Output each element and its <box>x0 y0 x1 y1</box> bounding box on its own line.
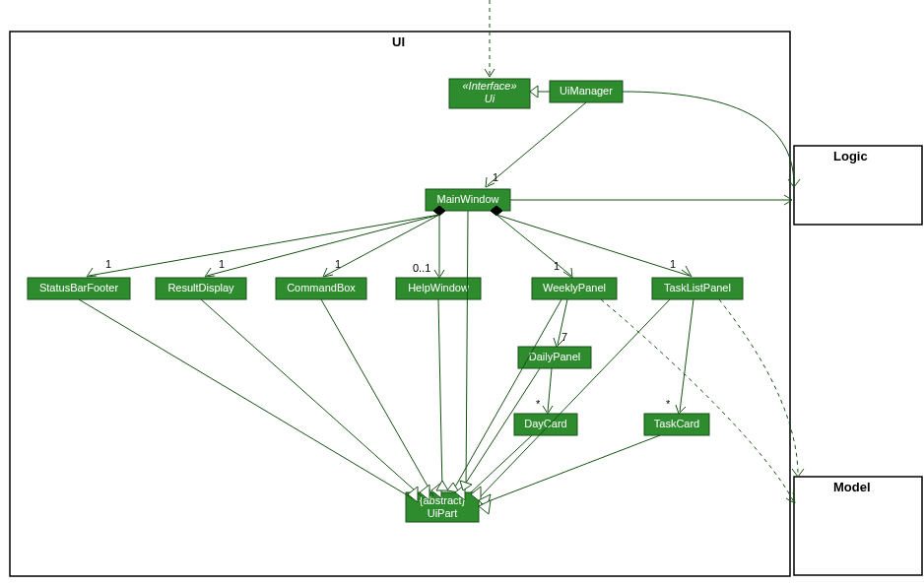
package-model-label: Model <box>833 480 871 494</box>
mult-dailypanel: 7 <box>561 331 567 343</box>
package-ui-label: UI <box>392 34 405 49</box>
mult-helpwindow: 0..1 <box>413 262 430 274</box>
package-ui <box>10 32 790 576</box>
package-logic-label: Logic <box>833 149 868 163</box>
node-statusbar-label: StatusBarFooter <box>39 282 118 293</box>
node-commandbox-label: CommandBox <box>287 282 356 293</box>
node-uipart-name: UiPart <box>428 507 458 519</box>
node-daycard-label: DayCard <box>524 418 566 429</box>
mult-commandbox: 1 <box>335 258 341 270</box>
mult-daycard: * <box>536 398 541 410</box>
mult-weeklypanel: 1 <box>554 260 560 272</box>
mult-tasklistpanel: 1 <box>670 258 676 270</box>
node-weeklypanel-label: WeeklyPanel <box>543 282 606 293</box>
node-uimanager-label: UiManager <box>560 85 613 97</box>
mult-mainwindow: 1 <box>493 171 498 183</box>
node-ui-interface-name: Ui <box>485 93 495 104</box>
node-mainwindow-label: MainWindow <box>437 193 499 205</box>
node-taskcard-label: TaskCard <box>654 418 699 429</box>
mult-resultdisplay: 1 <box>219 258 225 270</box>
mult-taskcard: * <box>666 398 671 410</box>
node-dailypanel-label: DailyPanel <box>529 351 581 362</box>
node-ui-interface-stereotype: «Interface» <box>462 80 516 92</box>
node-resultdisplay-label: ResultDisplay <box>167 282 234 293</box>
node-helpwindow-label: HelpWindow <box>408 282 469 293</box>
mult-statusbar: 1 <box>105 258 111 270</box>
node-tasklistpanel-label: TaskListPanel <box>664 282 731 293</box>
